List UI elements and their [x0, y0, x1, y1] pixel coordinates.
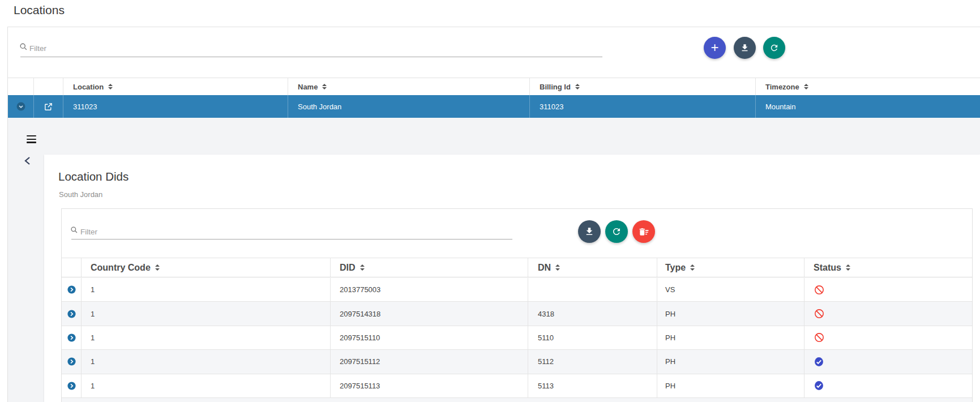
column-header-name[interactable]: Name	[288, 78, 530, 95]
expand-circle-down-icon[interactable]	[16, 101, 26, 112]
column-header-status[interactable]: Status	[804, 258, 972, 277]
header-spacer	[34, 78, 63, 95]
check-circle-icon	[814, 380, 824, 391]
page-title: Locations	[14, 3, 65, 17]
chevron-left-icon[interactable]	[24, 156, 31, 165]
filter-underline	[20, 57, 602, 57]
selected-location-row[interactable]: 311023 South Jordan 311023 Mountain	[8, 95, 980, 118]
column-header-timezone[interactable]: Timezone	[756, 78, 980, 95]
sort-icon	[846, 264, 850, 271]
did-cell-dn: 5112	[528, 350, 657, 373]
did-cell-dn: 5113	[528, 374, 657, 397]
did-cell-type: VS	[657, 278, 804, 301]
did-table-row[interactable]: 1 2097515112 5112 PH	[62, 350, 972, 374]
refresh-locations-button[interactable]	[763, 37, 785, 59]
did-table-row[interactable]: 1 2097514318 4318 PH	[62, 302, 972, 326]
refresh-dids-button[interactable]	[605, 220, 628, 243]
did-cell-type: PH	[657, 302, 804, 325]
download-locations-button[interactable]	[734, 37, 756, 59]
column-header-did[interactable]: DID	[331, 258, 528, 277]
dids-table-body: 1 2013775003 VS 1 2097514318 4318 PH 1 2…	[62, 278, 972, 402]
cell-timezone: Mountain	[756, 95, 980, 118]
delete-dids-button[interactable]	[632, 220, 655, 243]
did-cell-type: PH	[657, 350, 804, 373]
search-icon	[70, 226, 78, 234]
did-cell-did: 2097514318	[331, 302, 528, 325]
sort-icon	[155, 264, 160, 271]
blocked-icon	[814, 332, 825, 343]
sort-icon	[322, 84, 327, 90]
chevron-right-circle-icon[interactable]	[67, 333, 76, 343]
column-header-billing-id[interactable]: Billing Id	[530, 78, 756, 95]
sort-icon	[804, 84, 808, 90]
refresh-icon	[769, 43, 779, 53]
add-location-button[interactable]: +	[704, 37, 726, 59]
check-circle-icon	[814, 356, 824, 367]
sort-icon	[108, 84, 113, 90]
cell-billing-id: 311023	[530, 95, 756, 118]
chevron-right-circle-icon[interactable]	[67, 309, 76, 319]
open-in-new-icon[interactable]	[44, 102, 53, 112]
sort-icon	[360, 264, 365, 271]
did-cell-did: 2013775003	[331, 278, 528, 301]
chevron-right-circle-icon[interactable]	[67, 381, 76, 391]
header-spacer	[8, 78, 34, 95]
dids-filter-placeholder: Filter	[80, 228, 97, 236]
cell-location: 311023	[63, 95, 288, 118]
column-header-country-code[interactable]: Country Code	[82, 258, 331, 277]
blocked-icon	[814, 284, 825, 296]
did-cell-type: PH	[657, 374, 804, 397]
did-cell-country-code: 1	[82, 302, 331, 325]
did-table-row[interactable]: 1 2097515110 5110 PH	[62, 326, 972, 350]
chevron-right-circle-icon[interactable]	[67, 285, 76, 294]
column-header-location[interactable]: Location	[63, 78, 288, 95]
location-dids-title: Location Dids	[58, 170, 129, 183]
did-table-row-partial	[62, 398, 972, 402]
did-cell-country-code: 1	[82, 374, 331, 397]
download-icon	[740, 43, 750, 53]
dids-table-header: Country Code DID DN Type Status	[62, 258, 972, 277]
locations-filter-placeholder: Filter	[29, 44, 46, 53]
locations-table-header: Location Name Billing Id Timezone	[8, 78, 980, 95]
cell-name: South Jordan	[288, 95, 530, 118]
filter-underline	[71, 239, 512, 240]
header-spacer	[62, 258, 82, 277]
sort-icon	[690, 264, 695, 271]
sort-icon	[555, 264, 560, 271]
delete-sweep-icon	[639, 226, 649, 237]
sort-icon	[575, 84, 580, 90]
did-cell-dn	[528, 278, 657, 301]
did-cell-dn: 4318	[528, 302, 657, 325]
download-dids-button[interactable]	[578, 220, 601, 243]
blocked-icon	[814, 308, 825, 319]
did-cell-did: 2097515112	[331, 350, 528, 373]
download-icon	[584, 226, 594, 237]
did-table-row[interactable]: 1 2013775003 VS	[62, 278, 972, 302]
refresh-icon	[611, 226, 622, 237]
search-icon	[19, 42, 28, 51]
did-cell-country-code: 1	[82, 278, 331, 301]
did-cell-did: 2097515113	[331, 374, 528, 397]
did-cell-type: PH	[657, 326, 804, 349]
did-cell-dn: 5110	[528, 326, 657, 349]
column-header-dn[interactable]: DN	[528, 258, 657, 277]
page: Locations Filter + Location Name Billing…	[0, 0, 980, 402]
plus-icon: +	[711, 41, 718, 54]
column-header-type[interactable]: Type	[657, 258, 804, 277]
location-dids-subtitle: South Jordan	[59, 190, 102, 199]
did-table-row[interactable]: 1 2097515113 5113 PH	[62, 374, 972, 398]
did-cell-did: 2097515110	[331, 326, 528, 349]
chevron-right-circle-icon[interactable]	[67, 357, 76, 366]
menu-icon[interactable]	[27, 135, 36, 143]
did-cell-country-code: 1	[82, 350, 331, 373]
did-cell-country-code: 1	[82, 326, 331, 349]
